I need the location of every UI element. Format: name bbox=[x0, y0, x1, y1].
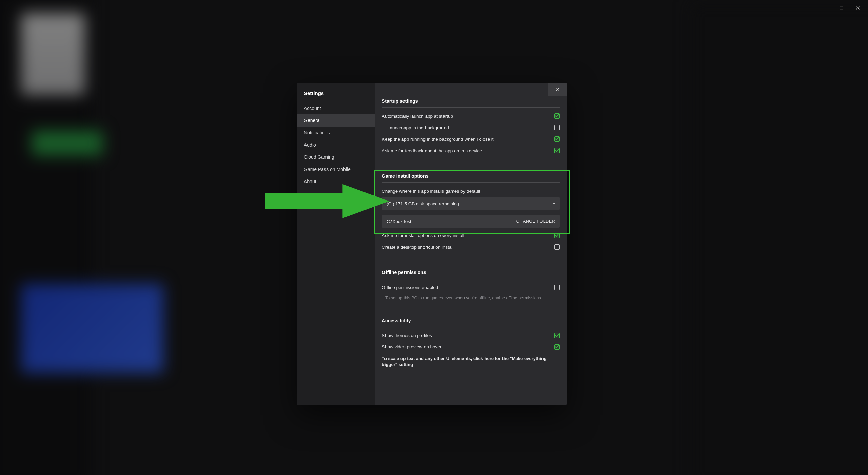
restore-icon bbox=[840, 6, 843, 10]
window-minimize-button[interactable] bbox=[817, 3, 833, 13]
settings-nav-cloud-gaming[interactable]: Cloud Gaming bbox=[297, 151, 375, 163]
svg-marker-6 bbox=[265, 184, 389, 218]
minimize-icon bbox=[823, 6, 827, 10]
access-videopreview-checkbox[interactable] bbox=[554, 344, 560, 350]
install-shortcut-checkbox[interactable] bbox=[554, 244, 560, 250]
offline-hint: To set up this PC to run games even when… bbox=[382, 293, 555, 301]
install-drive-selected: (C:) 171.5 GB disk space remaining bbox=[387, 201, 459, 206]
section-heading: Game install options bbox=[382, 173, 560, 179]
settings-nav-account[interactable]: Account bbox=[297, 102, 375, 114]
close-icon bbox=[856, 6, 860, 10]
section-heading: Startup settings bbox=[382, 98, 560, 104]
section-divider bbox=[382, 107, 560, 108]
window-close-button[interactable] bbox=[850, 3, 865, 13]
install-ask-every-label: Ask me for install options on every inst… bbox=[382, 233, 465, 238]
startup-keeprunning-checkbox[interactable] bbox=[554, 136, 560, 142]
install-shortcut-label: Create a desktop shortcut on install bbox=[382, 245, 454, 250]
section-install: Game install options Change where this a… bbox=[382, 173, 560, 253]
install-drive-dropdown[interactable]: (C:) 171.5 GB disk space remaining ▾ bbox=[382, 197, 560, 210]
section-divider bbox=[382, 279, 560, 279]
section-heading: Accessibility bbox=[382, 318, 560, 323]
startup-feedback-checkbox[interactable] bbox=[554, 148, 560, 153]
startup-launchbg-label: Launch app in the background bbox=[387, 125, 449, 130]
settings-nav-notifications[interactable]: Notifications bbox=[297, 127, 375, 139]
startup-launchbg-checkbox[interactable] bbox=[554, 125, 560, 130]
access-themes-label: Show themes on profiles bbox=[382, 333, 432, 338]
install-change-where-label: Change where this app installs games by … bbox=[382, 189, 560, 194]
svg-rect-0 bbox=[823, 8, 827, 8]
offline-enabled-checkbox[interactable] bbox=[554, 285, 560, 290]
settings-dialog-title: Settings bbox=[297, 83, 375, 102]
access-themes-checkbox[interactable] bbox=[554, 333, 560, 338]
settings-content: Startup settings Automatically launch ap… bbox=[375, 83, 567, 405]
install-change-folder-button[interactable]: CHANGE FOLDER bbox=[516, 219, 555, 224]
chevron-down-icon: ▾ bbox=[553, 201, 555, 206]
settings-nav-general[interactable]: General bbox=[297, 114, 375, 127]
access-videopreview-label: Show video preview on hover bbox=[382, 344, 441, 349]
access-scale-link[interactable]: To scale up text and any other UI elemen… bbox=[382, 356, 560, 368]
startup-autolaunch-label: Automatically launch app at startup bbox=[382, 114, 453, 119]
install-folder-field: C:\XboxTest CHANGE FOLDER bbox=[382, 215, 560, 228]
offline-enabled-label: Offline permissions enabled bbox=[382, 285, 438, 290]
section-accessibility: Accessibility Show themes on profiles Sh… bbox=[382, 318, 560, 368]
settings-close-button[interactable] bbox=[548, 83, 567, 96]
svg-rect-1 bbox=[840, 6, 843, 10]
install-ask-every-checkbox[interactable] bbox=[554, 233, 560, 238]
close-icon bbox=[555, 88, 559, 92]
section-startup: Startup settings Automatically launch ap… bbox=[382, 98, 560, 156]
window-controls bbox=[817, 3, 865, 13]
startup-feedback-label: Ask me for feedback about the app on thi… bbox=[382, 148, 482, 153]
settings-nav-audio[interactable]: Audio bbox=[297, 139, 375, 151]
section-divider bbox=[382, 327, 560, 327]
startup-autolaunch-checkbox[interactable] bbox=[554, 113, 560, 119]
settings-dialog: Settings Account General Notifications A… bbox=[297, 83, 567, 405]
section-offline: Offline permissions Offline permissions … bbox=[382, 270, 560, 301]
settings-nav-gamepass-mobile[interactable]: Game Pass on Mobile bbox=[297, 163, 375, 175]
section-heading: Offline permissions bbox=[382, 270, 560, 275]
section-divider bbox=[382, 182, 560, 183]
window-restore-button[interactable] bbox=[833, 3, 849, 13]
settings-sidebar: Settings Account General Notifications A… bbox=[297, 83, 375, 405]
startup-keeprunning-label: Keep the app running in the background w… bbox=[382, 137, 493, 142]
install-arrow-icon bbox=[260, 183, 394, 220]
